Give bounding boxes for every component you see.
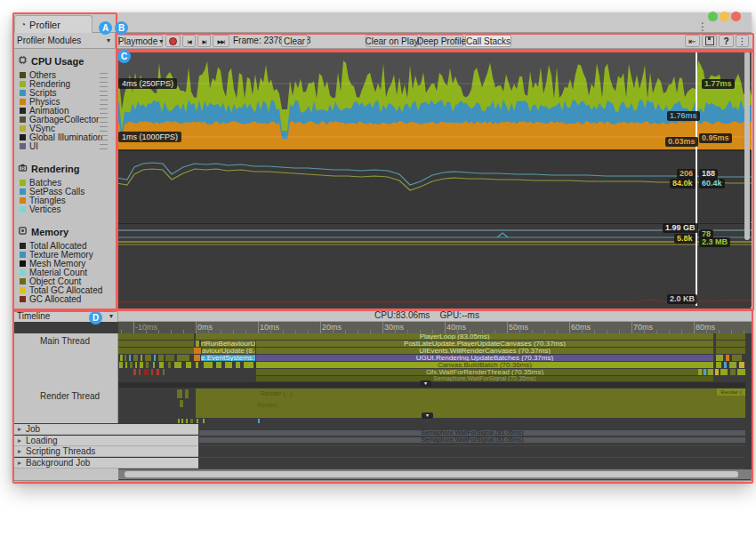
timeline-span[interactable] [196,341,199,347]
timeline-span[interactable]: rtRunBehaviourUpd [201,341,255,347]
legend-item-scripts[interactable]: Scripts [18,88,116,97]
timeline-span[interactable] [203,419,205,423]
drag-handle-icon[interactable] [100,91,108,96]
thread-group-scripting-threads[interactable]: ▸Scripting Threads [12,446,198,457]
timeline-span[interactable] [186,362,191,368]
tab-profiler[interactable]: ◔ Profiler [14,15,92,33]
memory-chart[interactable] [117,223,752,307]
timeline-span[interactable] [715,369,719,375]
timeline-span[interactable] [125,355,126,361]
timeline-span[interactable] [698,369,702,375]
timeline-span[interactable] [144,369,149,375]
timeline-span[interactable] [118,341,194,347]
timeline-span[interactable] [730,369,736,375]
timeline-span[interactable]: PlayerLoop (83.05ms) [196,333,713,340]
timeline-span[interactable] [186,419,188,423]
timeline-span[interactable] [159,362,164,368]
timeline-span[interactable] [194,355,200,361]
timeline-view-dropdown[interactable]: Timeline ▾ [12,309,118,322]
legend-item-others[interactable]: Others [18,70,116,79]
legend-item-rendering[interactable]: Rendering [18,79,116,88]
legend-item-mesh-memory[interactable]: Mesh Memory [18,259,116,268]
timeline-span[interactable] [244,362,253,368]
legend-item-object-count[interactable]: Object Count [18,277,116,285]
legend-item-garbagecollector[interactable]: GarbageCollector [18,115,116,124]
help-button[interactable]: ? [719,35,734,47]
timeline-span[interactable] [120,355,123,361]
legend-item-texture-memory[interactable]: Texture Memory [18,250,116,259]
timeline-span[interactable] [726,355,729,361]
call-stacks-toggle[interactable]: Call Stacks [465,35,511,47]
timeline-span[interactable]: PostLateUpdate.PlayerUpdateCanvases (70.… [256,341,713,347]
record-button[interactable] [165,35,181,47]
playmode-dropdown[interactable]: Playmode ▾ [118,35,163,47]
thread-group-background-job[interactable]: ▸Background Job [12,458,198,469]
timeline-span[interactable] [716,362,721,368]
timeline-span[interactable] [135,362,137,368]
profiler-modules-dropdown[interactable]: Profiler Modules ▾ [12,33,116,49]
timeline-span[interactable] [716,341,745,347]
timeline-span[interactable]: Render ( [717,389,745,396]
timeline-span[interactable] [708,369,713,375]
drag-handle-icon[interactable] [100,144,108,149]
timeline-span[interactable] [225,362,232,368]
timeline-span[interactable] [151,369,153,375]
tab-menu-kebab-icon[interactable]: ⋮ [697,21,708,32]
timeline-span[interactable] [185,389,189,398]
drag-handle-icon[interactable] [100,126,108,132]
timeline-span[interactable] [204,362,213,368]
timeline-span[interactable] [716,348,745,354]
timeline-span[interactable]: Render [237,402,299,409]
timeline-span[interactable] [716,355,723,361]
legend-item-vertices[interactable]: Vertices [18,204,116,213]
clear-on-play-toggle[interactable]: Clear on Play [366,35,418,47]
timeline-span[interactable] [145,355,151,361]
flow-event-marker-icon[interactable]: ▾ [422,413,433,419]
drag-handle-icon[interactable] [100,135,108,140]
timeline-span[interactable]: Semaphore.WaitForSignal (83.06ms) [199,437,745,443]
previous-frame-button[interactable]: |◀ [182,35,196,47]
timeline-span[interactable] [196,362,198,368]
timeline-span[interactable]: Canvas.BuildBatch (70.36ms) [256,362,713,368]
timeline-span[interactable] [181,419,183,423]
thread-group-job[interactable]: ▸Job [12,424,198,435]
legend-item-batches[interactable]: Batches [18,178,116,187]
legend-item-vsync[interactable]: VSync [18,124,116,132]
timeline-span[interactable] [180,400,183,407]
drag-handle-icon[interactable] [100,108,108,114]
traffic-light-red[interactable] [731,12,741,21]
drag-handle-icon[interactable] [100,100,108,105]
drag-handle-icon[interactable] [100,117,108,123]
legend-item-total-gc-allocated[interactable]: Total GC Allocated [18,285,116,294]
deep-profile-toggle[interactable]: Deep Profile [420,35,463,47]
timeline-span[interactable] [177,389,182,398]
timeline-span[interactable] [154,355,156,361]
legend-item-triangles[interactable]: Triangles [18,196,116,204]
timeline-span[interactable] [153,362,155,368]
timeline-span[interactable] [720,369,728,375]
timeline-span[interactable] [133,369,136,375]
timeline-span[interactable] [141,355,142,361]
timeline-span[interactable] [118,348,194,354]
context-menu-button[interactable]: ⋮ [736,35,749,47]
timeline-span[interactable] [130,362,133,368]
timeline-span[interactable] [157,369,159,375]
flow-event-marker-icon[interactable]: ▾ [420,381,431,387]
timeline-span[interactable] [129,355,131,361]
timeline-span[interactable] [139,369,141,375]
rendering-chart[interactable] [117,150,752,222]
timeline-span[interactable]: Semaphore.WaitForSignal (70.35ms) [256,376,713,381]
traffic-light-green[interactable] [708,12,718,21]
thread-group-loading[interactable]: ▸Loading [12,436,198,446]
legend-item-physics[interactable]: Physics [18,97,116,106]
timeline-span[interactable] [133,355,138,361]
timeline-span[interactable] [168,362,171,368]
legend-item-total-allocated[interactable]: Total Allocated [18,241,116,250]
timeline-span[interactable] [236,362,240,368]
timeline-span[interactable]: Semaphore.WaitForSignal (83.06ms) [199,430,745,436]
timeline-span[interactable] [724,362,727,368]
current-frame-button[interactable]: ▶▶| [213,35,229,47]
timeline-span[interactable]: aviourUpdate (8.44 [202,348,255,354]
timeline-span[interactable]: Gfx.WaitForRenderThread (70.35ms) [256,369,713,375]
timeline-ruler[interactable]: -10ms0ms10ms20ms30ms40ms50ms60ms70ms80ms [118,322,752,333]
